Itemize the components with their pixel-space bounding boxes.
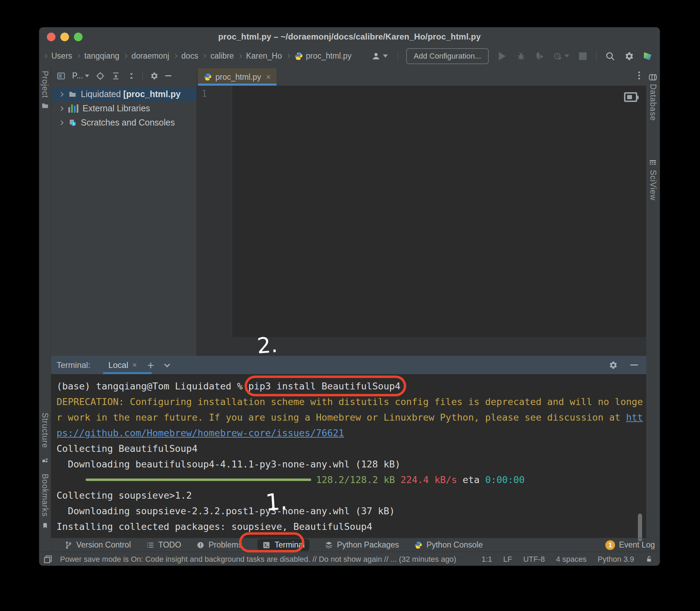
tool-button-todo[interactable]: TODO: [146, 540, 181, 550]
collapse-all-button[interactable]: [127, 71, 136, 80]
add-configuration-button[interactable]: Add Configuration...: [406, 48, 489, 64]
bookmark-icon[interactable]: [42, 522, 49, 529]
terminal-line: Downloading beautifulsoup4-4.11.1-py3-no…: [57, 456, 646, 472]
chevron-down-icon[interactable]: [164, 361, 170, 367]
locate-file-button[interactable]: [96, 71, 105, 80]
desktop: proc_html.py – ~/doraemonj/docs/calibre/…: [0, 0, 700, 611]
terminal-scrollbar[interactable]: [638, 514, 642, 541]
play-icon: [499, 52, 506, 60]
breadcrumb-calibre[interactable]: calibre: [210, 51, 234, 61]
user-account-button[interactable]: [371, 51, 388, 61]
tool-button-version-control[interactable]: Version Control: [64, 540, 131, 550]
breadcrumb-karen-ho[interactable]: Karen_Ho: [246, 51, 282, 61]
tool-window-sciview[interactable]: SciView: [648, 170, 658, 200]
chevron-right-icon[interactable]: [59, 92, 63, 96]
hyperlink[interactable]: ps://github.com/Homebrew/homebrew-core/i…: [57, 428, 344, 438]
terminal-panel-label: Terminal:: [57, 360, 90, 370]
tool-button-terminal[interactable]: Terminal: [257, 539, 309, 551]
hide-panel-button[interactable]: [165, 75, 171, 76]
project-settings-button[interactable]: [150, 71, 159, 80]
chevron-right-icon[interactable]: [59, 120, 63, 125]
close-icon[interactable]: ×: [266, 72, 271, 82]
gear-icon: [624, 51, 634, 61]
status-message[interactable]: Power save mode is On: Code insight and …: [60, 555, 456, 564]
terminal-line: r work in the near future. If you are us…: [57, 410, 646, 425]
terminal-progress-line: 128.2/128.2 kB 224.4 kB/s eta 0:00:00: [57, 472, 646, 488]
line-ending[interactable]: LF: [503, 555, 512, 564]
screen-icon: [624, 92, 637, 102]
zoom-window-button[interactable]: [74, 33, 83, 41]
stop-icon: [579, 52, 587, 60]
breadcrumb-docs[interactable]: docs: [181, 51, 198, 61]
interpreter[interactable]: Python 3.9: [598, 555, 634, 564]
minimize-window-button[interactable]: [60, 33, 69, 41]
settings-button[interactable]: [624, 51, 634, 61]
tree-row-scratches[interactable]: Scratches and Consoles: [51, 115, 196, 130]
terminal-tab-local[interactable]: Local ×: [108, 360, 137, 370]
search-everywhere-button[interactable]: [605, 51, 615, 61]
new-terminal-session-button[interactable]: +: [147, 359, 154, 371]
close-icon[interactable]: ×: [133, 361, 137, 370]
chevron-right-icon[interactable]: [59, 106, 63, 111]
editor-tab-proc-html[interactable]: proc_html.py ×: [198, 68, 276, 86]
terminal-output[interactable]: (base) tangqiang@Tom Liquidated % pip3 i…: [51, 374, 646, 538]
terminal-icon: [262, 541, 271, 549]
structure-icon[interactable]: [42, 457, 49, 464]
tool-window-structure[interactable]: Structure: [40, 413, 50, 448]
git-branch-icon: [64, 541, 72, 549]
editor-body[interactable]: 1: [197, 86, 646, 337]
tool-window-bookmarks[interactable]: Bookmarks: [40, 474, 50, 517]
layout-restore-icon[interactable]: [43, 555, 52, 564]
chevron-right-icon: [286, 54, 290, 58]
folder-icon: [68, 90, 77, 98]
ide-logo-icon: [642, 51, 653, 61]
chevron-right-icon: [202, 54, 207, 58]
reader-mode-button[interactable]: [620, 88, 641, 106]
terminal-settings-button[interactable]: [608, 360, 618, 370]
hide-terminal-button[interactable]: [630, 364, 638, 365]
editor-tab-label: proc_html.py: [215, 72, 261, 82]
tool-window-database[interactable]: Database: [648, 84, 658, 121]
tool-window-project[interactable]: Project: [40, 71, 50, 98]
tree-row-liquidated[interactable]: Liquidated [proc_html.py: [51, 87, 196, 101]
lock-icon[interactable]: [645, 556, 653, 563]
database-icon[interactable]: [648, 73, 657, 82]
breadcrumb-file-label: proc_html.py: [306, 51, 352, 61]
chevron-down-icon: [383, 54, 388, 58]
tree-row-external-libraries[interactable]: External Libraries: [51, 101, 196, 115]
breadcrumb-tangqiang[interactable]: tangqiang: [84, 51, 119, 61]
file-encoding[interactable]: UTF-8: [523, 555, 545, 564]
stop-button[interactable]: [578, 51, 588, 61]
title-bar[interactable]: proc_html.py – ~/doraemonj/docs/calibre/…: [39, 27, 660, 46]
terminal-command: pip3 install BeautifulSoup4: [248, 381, 401, 391]
progress-bar: [86, 479, 311, 481]
breadcrumb-doraemonj[interactable]: doraemonj: [131, 51, 169, 61]
more-options-kebab-icon[interactable]: [638, 71, 640, 79]
sciview-grid-icon[interactable]: [649, 159, 657, 167]
tool-button-python-console[interactable]: Python Console: [414, 540, 483, 550]
hyperlink[interactable]: htt: [626, 412, 643, 423]
problems-icon: [196, 541, 205, 549]
chevron-right-icon: [238, 54, 242, 58]
project-view-selector[interactable]: P...: [72, 71, 89, 80]
close-window-button[interactable]: [47, 33, 56, 41]
folder-icon[interactable]: [41, 102, 49, 110]
breadcrumb-file[interactable]: proc_html.py: [294, 51, 352, 61]
editor-tab-bar: proc_html.py ×: [197, 66, 646, 86]
profiler-button[interactable]: [553, 51, 569, 61]
project-view-icon[interactable]: [57, 71, 66, 80]
tool-button-python-packages[interactable]: Python Packages: [325, 540, 399, 550]
debug-button[interactable]: [516, 51, 526, 61]
run-with-coverage-button[interactable]: [535, 51, 545, 61]
breadcrumb-users[interactable]: Users: [51, 51, 72, 61]
tree-row-label: Scratches and Consoles: [81, 118, 175, 128]
run-button[interactable]: [497, 51, 507, 61]
tool-button-event-log[interactable]: 1 Event Log: [605, 540, 655, 550]
indent-setting[interactable]: 4 spaces: [556, 555, 587, 564]
bug-icon: [516, 51, 526, 61]
expand-all-button[interactable]: [111, 71, 120, 80]
chevron-right-icon: [173, 54, 178, 58]
terminal-line: Downloading soupsieve-2.3.2.post1-py3-no…: [57, 503, 646, 519]
caret-position[interactable]: 1:1: [481, 555, 492, 564]
tool-button-problems[interactable]: Problems: [196, 540, 242, 550]
